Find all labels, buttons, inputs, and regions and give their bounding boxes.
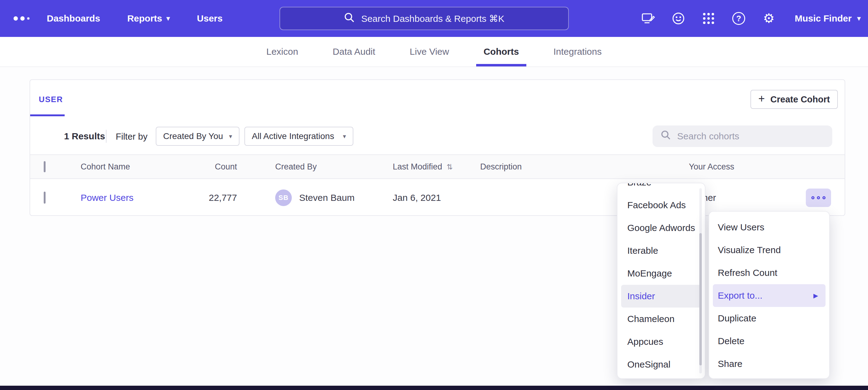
menu-item-share[interactable]: Share [709,353,829,375]
header-created-by: Created By [237,162,393,172]
filter-integrations-dropdown[interactable]: All Active Integrations ▾ [244,127,353,146]
menu-item-facebook-ads[interactable]: Facebook Ads [617,194,705,217]
screen-report-icon[interactable] [642,12,655,25]
menu-item-export-to[interactable]: Export to... ▶ [713,284,826,307]
cohort-search-box[interactable] [653,126,832,147]
menu-item-appcues[interactable]: Appcues [617,330,705,353]
nav-users[interactable]: Users [197,13,222,24]
top-navbar: Dashboards Reports▾ Users Search Dashboa… [0,0,868,37]
select-all-checkbox[interactable] [44,161,45,172]
settings-gear-icon[interactable]: ⚙ [762,12,776,25]
logo-dot [20,16,25,21]
results-count: 1 Results [64,131,105,141]
nav-dashboards[interactable]: Dashboards [47,13,100,24]
tab-integrations[interactable]: Integrations [552,37,603,66]
bottom-window-edge [0,386,868,390]
menu-item-insider[interactable]: Insider [621,285,701,307]
menu-item-view-users[interactable]: View Users [709,216,829,239]
filter-by-label: Filter by [116,132,148,142]
tab-data-audit[interactable]: Data Audit [332,37,376,66]
chevron-down-icon: ▾ [343,133,346,140]
search-icon [344,12,355,25]
chevron-down-icon: ▾ [166,14,170,23]
global-search-placeholder: Search Dashboards & Reports ⌘K [361,13,504,24]
menu-item-google-adwords[interactable]: Google Adwords [617,217,705,239]
logo-dot [27,17,30,20]
active-tab-underline [30,115,65,116]
apps-grid-icon[interactable] [702,12,715,25]
chevron-down-icon: ▾ [229,133,232,140]
row-actions-button[interactable] [806,189,831,207]
plus-icon: + [758,92,765,105]
brand-logo [13,16,30,21]
header-description: Description [480,162,689,172]
search-icon [660,130,671,143]
cohort-count: 22,777 [190,193,237,203]
divider [106,130,106,143]
scrollbar-thumb[interactable] [699,233,702,365]
menu-item-duplicate[interactable]: Duplicate [709,307,829,330]
tab-live-view[interactable]: Live View [408,37,450,66]
tab-user-cohorts[interactable]: USER [39,95,63,104]
workspace-name: Music Finder [795,13,852,24]
logo-dot [13,16,18,21]
avatar: SB [275,190,292,206]
tab-cohorts[interactable]: Cohorts [482,37,520,66]
menu-item-chameleon[interactable]: Chameleon [617,307,705,330]
chevron-down-icon: ▾ [857,14,861,23]
submenu-arrow-icon: ▶ [813,284,818,307]
menu-item-delete[interactable]: Delete [709,330,829,353]
sort-icon[interactable]: ⇅ [446,163,453,171]
row-actions-menu: View Users Visualize Trend Refresh Count… [709,211,830,379]
nav-reports[interactable]: Reports▾ [127,13,169,24]
header-last-modified[interactable]: Last Modified⇅ [393,162,480,172]
last-modified-value: Jan 6, 2021 [393,193,480,203]
tab-lexicon[interactable]: Lexicon [265,37,299,66]
menu-item-refresh-count[interactable]: Refresh Count [709,261,829,284]
menu-item-onesignal[interactable]: OneSignal [617,353,705,376]
navbar-right-cluster: ? ⚙ Music Finder ▾ [642,0,861,37]
menu-item-visualize-trend[interactable]: Visualize Trend [709,239,829,261]
header-count: Count [190,162,237,172]
menu-item-moengage[interactable]: MoEngage [617,262,705,285]
menu-item-braze[interactable]: Braze [617,183,705,194]
help-icon[interactable]: ? [732,12,745,25]
cohorts-card: USER + Create Cohort 1 Results Filter by… [30,79,845,216]
workspace-switcher[interactable]: Music Finder ▾ [795,13,861,24]
filter-created-by-dropdown[interactable]: Created By You ▾ [156,127,240,146]
header-your-access: Your Access [689,162,794,172]
cohort-name-link[interactable]: Power Users [81,193,133,203]
screen: Dashboards Reports▾ Users Search Dashboa… [0,0,868,390]
table-header-row: Cohort Name Count Created By Last Modifi… [30,154,845,179]
created-by-name: Steven Baum [299,193,354,203]
cohorts-table: Cohort Name Count Created By Last Modifi… [30,154,845,217]
global-search-input[interactable]: Search Dashboards & Reports ⌘K [279,7,569,30]
status-smiley-icon[interactable] [672,12,685,25]
section-tabbar: Lexicon Data Audit Live View Cohorts Int… [0,37,868,67]
export-destinations-menu: Braze Facebook Ads Google Adwords Iterab… [617,183,706,379]
export-destinations-list: Braze Facebook Ads Google Adwords Iterab… [617,183,705,376]
create-cohort-button[interactable]: + Create Cohort [750,90,838,109]
menu-item-iterable[interactable]: Iterable [617,239,705,262]
cohort-search-input[interactable] [677,131,824,141]
row-checkbox[interactable] [44,192,45,204]
header-cohort-name: Cohort Name [67,162,190,172]
